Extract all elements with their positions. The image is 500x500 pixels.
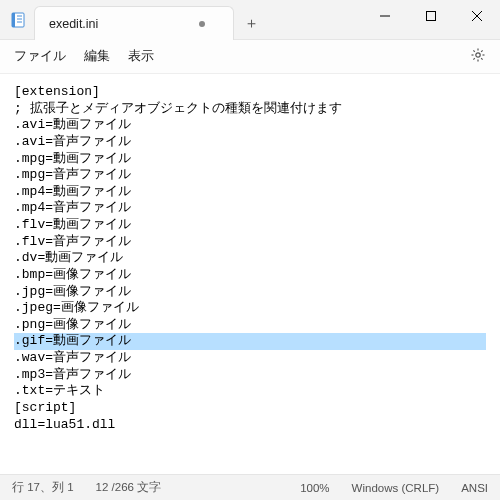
tab-title: exedit.ini <box>49 17 191 31</box>
titlebar: exedit.ini ＋ <box>0 0 500 40</box>
svg-line-17 <box>473 58 474 59</box>
status-selection: 12 /266 文字 <box>96 480 162 495</box>
editor-line: .mp4=動画ファイル <box>14 184 486 201</box>
status-cursor: 行 17、列 1 <box>12 480 74 495</box>
editor-line: .bmp=画像ファイル <box>14 267 486 284</box>
svg-point-9 <box>476 53 480 57</box>
maximize-button[interactable] <box>408 0 454 32</box>
editor-line: .mpg=動画ファイル <box>14 151 486 168</box>
editor-line: .avi=音声ファイル <box>14 134 486 151</box>
editor-line: .txt=テキスト <box>14 383 486 400</box>
editor-line: .mp4=音声ファイル <box>14 200 486 217</box>
statusbar: 行 17、列 1 12 /266 文字 100% Windows (CRLF) … <box>0 474 500 500</box>
svg-line-14 <box>473 50 474 51</box>
menu-edit[interactable]: 編集 <box>84 48 110 65</box>
svg-line-15 <box>481 58 482 59</box>
svg-rect-6 <box>427 12 436 21</box>
editor-line: .flv=動画ファイル <box>14 217 486 234</box>
editor-line: .jpeg=画像ファイル <box>14 300 486 317</box>
editor-line: .png=画像ファイル <box>14 317 486 334</box>
editor-line: [extension] <box>14 84 486 101</box>
editor-line: .avi=動画ファイル <box>14 117 486 134</box>
status-eol[interactable]: Windows (CRLF) <box>352 482 440 494</box>
editor-line: ; 拡張子とメディアオブジェクトの種類を関連付けます <box>14 101 486 118</box>
editor-line: .wav=音声ファイル <box>14 350 486 367</box>
editor-line: .mpg=音声ファイル <box>14 167 486 184</box>
menubar: ファイル 編集 表示 <box>0 40 500 74</box>
status-zoom[interactable]: 100% <box>300 482 329 494</box>
editor-line: .gif=動画ファイル <box>14 333 486 350</box>
editor-line: .mp3=音声ファイル <box>14 367 486 384</box>
window-controls <box>362 0 500 32</box>
status-encoding[interactable]: ANSI <box>461 482 488 494</box>
editor-line: .jpg=画像ファイル <box>14 284 486 301</box>
editor-line: [script] <box>14 400 486 417</box>
svg-line-16 <box>481 50 482 51</box>
notepad-icon <box>10 12 26 28</box>
gear-icon[interactable] <box>470 47 486 66</box>
svg-rect-1 <box>12 13 15 27</box>
menu-view[interactable]: 表示 <box>128 48 154 65</box>
editor-line: .flv=音声ファイル <box>14 234 486 251</box>
minimize-button[interactable] <box>362 0 408 32</box>
menu-file[interactable]: ファイル <box>14 48 66 65</box>
text-editor[interactable]: [extension]; 拡張子とメディアオブジェクトの種類を関連付けます.av… <box>0 74 500 474</box>
editor-line: dll=lua51.dll <box>14 417 486 434</box>
editor-line: .dv=動画ファイル <box>14 250 486 267</box>
tab-current[interactable]: exedit.ini <box>34 6 234 40</box>
new-tab-button[interactable]: ＋ <box>244 14 259 33</box>
close-button[interactable] <box>454 0 500 32</box>
dirty-indicator-icon <box>199 21 205 27</box>
